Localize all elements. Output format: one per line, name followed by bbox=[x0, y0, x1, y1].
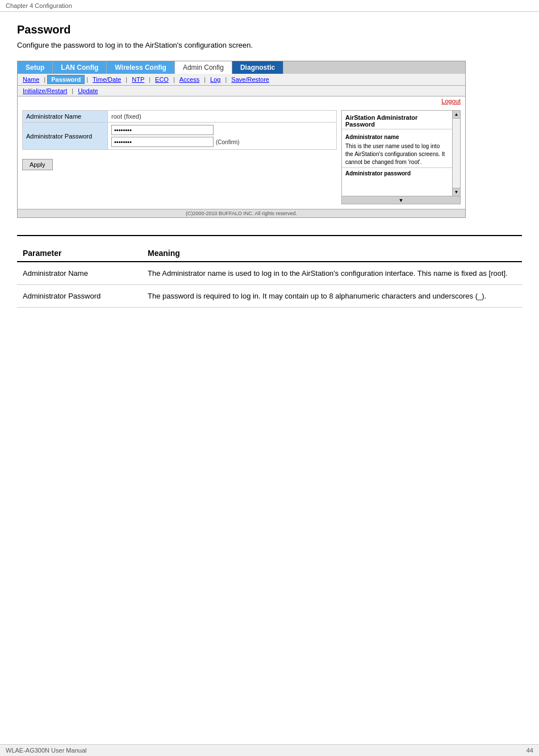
nav-tab-lan-config[interactable]: LAN Config bbox=[53, 61, 107, 74]
help-section1-title: Administrator name bbox=[342, 132, 452, 141]
help-title: AirStation Administrator Password bbox=[342, 111, 452, 129]
help-sidebar-inner: AirStation Administrator Password Admini… bbox=[342, 111, 460, 196]
table-row: Administrator Name The Administrator nam… bbox=[17, 262, 522, 285]
password-input-row bbox=[111, 125, 333, 135]
admin-name-row: Administrator Name root (fixed) bbox=[23, 111, 337, 123]
footer-left: WLAE-AG300N User Manual bbox=[6, 747, 86, 754]
nav-tab2-ntp[interactable]: NTP bbox=[129, 75, 147, 83]
page-subtitle: Configure the password to log in to the … bbox=[17, 41, 522, 49]
help-sidebar: AirStation Administrator Password Admini… bbox=[341, 110, 461, 204]
frame-footer: (C)2000-2010 BUFFALO INC. All rights res… bbox=[18, 209, 465, 217]
param-cell-1: Administrator Password bbox=[17, 285, 142, 308]
main-content: Password Configure the password to log i… bbox=[0, 12, 539, 330]
confirm-input-row: (Confirm) bbox=[111, 137, 333, 147]
nav-tab2-timedate[interactable]: Time/Date bbox=[90, 75, 124, 83]
nav-tab2-access[interactable]: Access bbox=[177, 75, 202, 83]
meaning-col-header: Meaning bbox=[142, 245, 522, 262]
meaning-cell-0: The Administrator name is used to log in… bbox=[142, 262, 522, 285]
nav-tab-setup[interactable]: Setup bbox=[18, 61, 53, 74]
help-bottom-scroll-indicator[interactable]: ▼ bbox=[342, 196, 460, 204]
scrollbar-track bbox=[453, 119, 460, 188]
help-section1-text: This is the user name used to log into t… bbox=[342, 141, 452, 167]
admin-password-inputs: (Confirm) bbox=[108, 123, 337, 150]
chapter-title: Chapter 4 Configuration bbox=[6, 2, 72, 9]
admin-password-label: Administrator Password bbox=[23, 123, 108, 150]
scrollbar-up-button[interactable]: ▲ bbox=[453, 111, 460, 119]
admin-name-fixed: root (fixed) bbox=[111, 113, 141, 120]
nav-tabs-row2: Name | Password | Time/Date | NTP | ECO … bbox=[18, 74, 465, 86]
nav-tab3-update[interactable]: Update bbox=[75, 87, 101, 95]
chapter-bar: Chapter 4 Configuration bbox=[0, 0, 539, 12]
scrollbar-down-button[interactable]: ▼ bbox=[453, 188, 460, 196]
nav-tab-admin-config[interactable]: Admin Config bbox=[175, 61, 232, 74]
admin-password-input[interactable] bbox=[111, 125, 214, 135]
logout-link[interactable]: Logout bbox=[441, 98, 461, 104]
meaning-cell-1: The password is required to log in. It m… bbox=[142, 285, 522, 308]
password-inputs-wrapper: (Confirm) bbox=[111, 125, 333, 147]
browser-frame: Setup LAN Config Wireless Config Admin C… bbox=[17, 61, 466, 218]
help-scrollbar[interactable]: ▲ ▼ bbox=[452, 111, 460, 196]
nav-tab2-log[interactable]: Log bbox=[207, 75, 223, 83]
parameter-table: Parameter Meaning Administrator Name The… bbox=[17, 245, 522, 308]
nav-tab2-eco[interactable]: ECO bbox=[152, 75, 172, 83]
admin-name-value: root (fixed) bbox=[108, 111, 337, 123]
nav-tabs-row1: Setup LAN Config Wireless Config Admin C… bbox=[18, 61, 465, 74]
bottom-bar: WLAE-AG300N User Manual 44 bbox=[0, 744, 539, 756]
param-table-header-row: Parameter Meaning bbox=[17, 245, 522, 262]
admin-password-row: Administrator Password (Confirm) bbox=[23, 123, 337, 150]
nav-tab2-name[interactable]: Name bbox=[20, 75, 42, 83]
apply-button[interactable]: Apply bbox=[22, 159, 53, 170]
footer-right: 44 bbox=[527, 747, 533, 754]
admin-form-table: Administrator Name root (fixed) Administ… bbox=[22, 110, 337, 150]
section-divider bbox=[17, 235, 522, 236]
nav-tab3-initialize-restart[interactable]: Initialize/Restart bbox=[20, 87, 70, 95]
page-title: Password bbox=[17, 23, 522, 36]
logout-bar: Logout bbox=[18, 96, 465, 106]
table-row: Administrator Password The password is r… bbox=[17, 285, 522, 308]
content-area: Administrator Name root (fixed) Administ… bbox=[18, 106, 465, 209]
confirm-label: (Confirm) bbox=[216, 139, 240, 145]
nav-tab-wireless-config[interactable]: Wireless Config bbox=[107, 61, 175, 74]
nav-tab2-save-restore[interactable]: Save/Restore bbox=[228, 75, 272, 83]
admin-name-label: Administrator Name bbox=[23, 111, 108, 123]
param-col-header: Parameter bbox=[17, 245, 142, 262]
form-area: Administrator Name root (fixed) Administ… bbox=[22, 110, 337, 204]
admin-password-confirm-input[interactable] bbox=[111, 137, 214, 147]
param-cell-0: Administrator Name bbox=[17, 262, 142, 285]
nav-tab-diagnostic[interactable]: Diagnostic bbox=[232, 61, 283, 74]
nav-tabs-row3: Initialize/Restart | Update bbox=[18, 86, 465, 96]
help-section2-title: Administrator password bbox=[342, 167, 452, 178]
nav-tab2-password[interactable]: Password bbox=[47, 75, 85, 84]
